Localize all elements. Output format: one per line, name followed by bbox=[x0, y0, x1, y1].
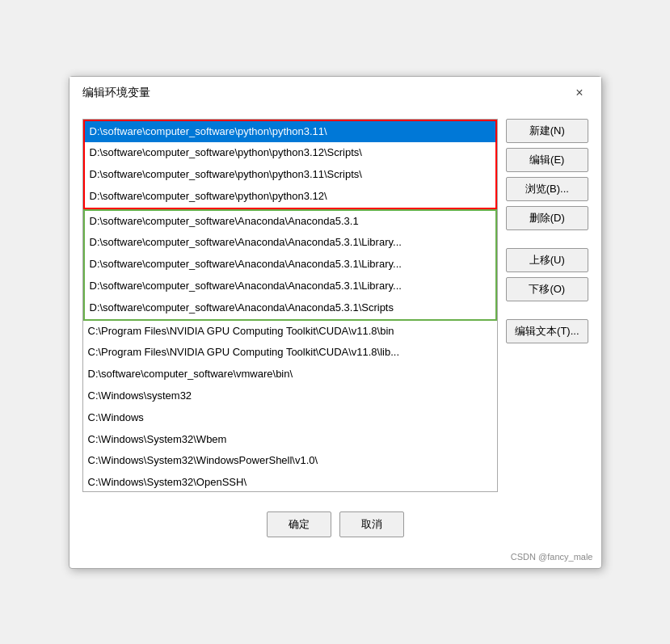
list-item[interactable]: D:\software\computer_software\python\pyt… bbox=[85, 121, 496, 143]
edit-env-dialog: 编辑环境变量 × D:\software\computer_software\p… bbox=[69, 76, 602, 569]
edit-text-button[interactable]: 编辑文本(T)... bbox=[506, 319, 588, 343]
list-item[interactable]: D:\software\computer_software\Anaconda\A… bbox=[85, 211, 496, 233]
path-list-container: D:\software\computer_software\python\pyt… bbox=[82, 119, 499, 492]
list-item[interactable]: C:\Windows\System32\Wbem bbox=[83, 429, 498, 451]
edit-button[interactable]: 编辑(E) bbox=[506, 148, 588, 172]
buttons-panel: 新建(N) 编辑(E) 浏览(B)... 删除(D) 上移(U) 下移(O) 编… bbox=[506, 119, 588, 343]
list-item[interactable]: D:\software\computer_software\Anaconda\A… bbox=[85, 254, 496, 276]
red-group: D:\software\computer_software\python\pyt… bbox=[83, 120, 498, 209]
cancel-button[interactable]: 取消 bbox=[339, 511, 404, 537]
list-item[interactable]: D:\software\computer_software\python\pyt… bbox=[85, 186, 496, 208]
bottom-bar: 确定 取消 bbox=[70, 502, 601, 550]
list-item[interactable]: D:\software\computer_software\Anaconda\A… bbox=[85, 232, 496, 254]
watermark: CSDN @fancy_male bbox=[70, 550, 601, 568]
list-item[interactable]: C:\Windows bbox=[83, 407, 498, 429]
list-item[interactable]: C:\Windows\System32\OpenSSH\ bbox=[83, 472, 498, 490]
list-item[interactable]: C:\Program Files\NVIDIA GPU Computing To… bbox=[83, 321, 498, 343]
list-item[interactable]: D:\software\computer_software\python\pyt… bbox=[85, 164, 496, 186]
ok-button[interactable]: 确定 bbox=[267, 511, 331, 537]
list-item[interactable]: D:\software\computer_software\Anaconda\A… bbox=[85, 297, 496, 319]
move-up-button[interactable]: 上移(U) bbox=[506, 248, 588, 272]
list-item[interactable]: D:\software\computer_software\vmware\bin… bbox=[83, 364, 498, 385]
dialog-title: 编辑环境变量 bbox=[82, 86, 150, 100]
green-group: D:\software\computer_software\Anaconda\A… bbox=[83, 209, 498, 321]
path-list[interactable]: D:\software\computer_software\python\pyt… bbox=[83, 120, 498, 491]
content-area: D:\software\computer_software\python\pyt… bbox=[70, 109, 601, 502]
new-button[interactable]: 新建(N) bbox=[506, 119, 588, 143]
list-item[interactable]: C:\Program Files\NVIDIA GPU Computing To… bbox=[83, 342, 498, 364]
list-item[interactable]: C:\Windows\system32 bbox=[83, 385, 498, 407]
close-button[interactable]: × bbox=[571, 85, 588, 101]
list-item[interactable]: D:\software\computer_software\python\pyt… bbox=[85, 142, 496, 164]
move-down-button[interactable]: 下移(O) bbox=[506, 277, 588, 301]
delete-button[interactable]: 删除(D) bbox=[506, 206, 588, 230]
list-item[interactable]: C:\Windows\System32\WindowsPowerShell\v1… bbox=[83, 450, 498, 472]
title-bar: 编辑环境变量 × bbox=[70, 77, 601, 109]
list-item[interactable]: D:\software\computer_software\Anaconda\A… bbox=[85, 276, 496, 297]
browse-button[interactable]: 浏览(B)... bbox=[506, 177, 588, 201]
